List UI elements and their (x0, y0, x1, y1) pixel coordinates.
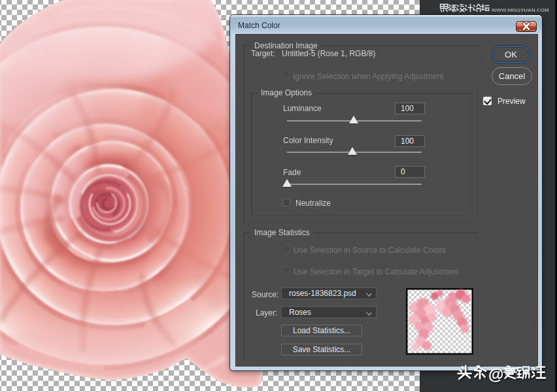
svg-text:WWW.MISSYUAN.COM: WWW.MISSYUAN.COM (492, 7, 549, 13)
